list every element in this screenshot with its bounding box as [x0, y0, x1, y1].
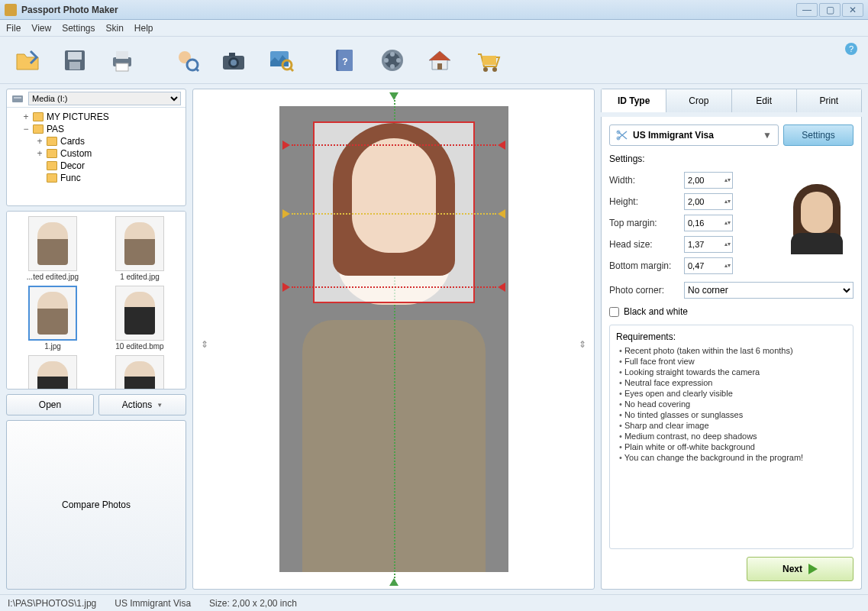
thumbnail-grid: ...ted edited.jpg1 edited.jpg1.jpg10 edi… [6, 211, 186, 390]
photo-canvas[interactable]: ⇕ ⇕ [192, 89, 595, 590]
menu-help[interactable]: Help [134, 23, 153, 34]
svg-point-28 [492, 67, 497, 72]
help-button[interactable]: ? [327, 42, 363, 79]
tab-crop[interactable]: Crop [666, 89, 731, 112]
tree-item[interactable]: +MY PICTURES [11, 111, 181, 123]
status-path: I:\PAS\PHOTOS\1.jpg [8, 598, 96, 609]
window-title: Passport Photo Maker [21, 5, 796, 15]
svg-rect-2 [69, 62, 80, 70]
thumbnail[interactable]: 1.jpg [11, 286, 94, 351]
svg-rect-25 [437, 63, 442, 70]
eye-guide[interactable] [292, 213, 496, 215]
statusbar: I:\PAS\PHOTOS\1.jpg US Immigrant Visa Si… [0, 594, 868, 611]
menu-file[interactable]: File [6, 23, 21, 34]
menu-settings[interactable]: Settings [62, 23, 95, 34]
photo-corner-select[interactable]: No corner [684, 282, 853, 299]
folder-tree: +MY PICTURES−PAS+Cards+CustomDecorFunc [7, 108, 186, 205]
svg-rect-30 [14, 97, 21, 99]
bw-checkbox[interactable] [609, 307, 619, 317]
maximize-button[interactable]: ▢ [819, 3, 841, 17]
crop-rectangle[interactable] [313, 121, 475, 303]
menubar: File View Settings Skin Help [0, 20, 868, 37]
info-icon[interactable]: ? [845, 43, 857, 55]
toolbar: ? ? [0, 37, 868, 84]
open-button[interactable]: Open [6, 394, 94, 415]
compare-photos-button[interactable]: Compare Photos [6, 420, 186, 590]
status-size: Size: 2,00 x 2,00 inch [209, 598, 297, 609]
chevron-down-icon: ▼ [763, 130, 772, 141]
requirement-item: Looking straight towards the camera [619, 367, 847, 377]
titlebar: Passport Photo Maker — ▢ ✕ [0, 0, 868, 20]
home-button[interactable] [421, 42, 458, 79]
requirement-item: Full face front view [619, 356, 847, 367]
requirement-item: Neutral face expression [619, 377, 847, 388]
svg-point-24 [384, 58, 389, 63]
video-button[interactable] [374, 42, 411, 79]
actions-button[interactable]: Actions▼ [98, 394, 186, 415]
svg-rect-1 [68, 52, 82, 60]
next-button[interactable]: Next [747, 557, 853, 581]
thumbnail[interactable]: 10 edited.bmp [98, 286, 181, 351]
shop-button[interactable] [469, 42, 505, 79]
top-margin-input[interactable]: 0,16 [684, 215, 733, 231]
svg-line-15 [290, 68, 293, 71]
requirement-item: No tinted glasses or sunglasses [619, 409, 847, 420]
svg-text:?: ? [342, 57, 347, 67]
head-size-input[interactable]: 1,37 [684, 236, 733, 253]
camera-button[interactable] [215, 42, 252, 79]
bottom-marker[interactable] [389, 578, 399, 586]
tab-print[interactable]: Print [797, 89, 861, 112]
drive-icon [11, 93, 24, 104]
thumbnail[interactable]: ...ted edited.jpg [11, 216, 94, 281]
ruler-right: ⇕ [579, 339, 586, 350]
drive-select[interactable]: Media (I:) [28, 92, 181, 105]
tree-item[interactable]: Func [11, 172, 181, 184]
svg-rect-4 [116, 51, 128, 59]
requirement-item: Medium contrast, no deep shadows [619, 431, 847, 441]
search-photo-button[interactable] [263, 42, 299, 79]
id-preview [780, 172, 853, 263]
svg-rect-5 [116, 63, 128, 71]
thumbnail[interactable]: 10.jpg [98, 355, 181, 390]
requirement-item: Recent photo (taken within the last 6 mo… [619, 345, 847, 356]
save-button[interactable] [56, 42, 93, 79]
right-tabs: ID Type Crop Edit Print [601, 89, 862, 112]
tree-item[interactable]: +Custom [11, 147, 181, 160]
ruler-left: ⇕ [201, 339, 208, 350]
requirement-item: Sharp and clear image [619, 420, 847, 431]
bottom-guide[interactable] [292, 286, 496, 288]
height-input[interactable]: 2,00 [684, 193, 733, 210]
width-input[interactable]: 2,00 [684, 172, 733, 189]
tree-item[interactable]: −PAS [11, 123, 181, 135]
requirement-item: Plain white or off-white background [619, 441, 847, 452]
tab-id-type[interactable]: ID Type [602, 89, 666, 112]
thumbnail[interactable]: 1 edited.jpg [98, 216, 181, 281]
face-detect-button[interactable] [168, 42, 205, 79]
open-folder-button[interactable] [9, 42, 46, 79]
close-button[interactable]: ✕ [842, 3, 863, 17]
app-icon [5, 4, 17, 16]
print-button[interactable] [104, 42, 140, 79]
drive-panel: Media (I:) +MY PICTURES−PAS+Cards+Custom… [6, 89, 186, 206]
scissors-icon [616, 130, 628, 141]
menu-skin[interactable]: Skin [106, 23, 124, 34]
svg-rect-29 [12, 95, 23, 102]
svg-point-21 [390, 52, 395, 57]
bottom-margin-input[interactable]: 0,47 [684, 257, 733, 274]
tab-edit[interactable]: Edit [732, 89, 797, 112]
svg-point-27 [483, 67, 488, 72]
status-type: US Immigrant Visa [115, 598, 191, 609]
tree-item[interactable]: +Cards [11, 135, 181, 147]
tree-item[interactable]: Decor [11, 160, 181, 172]
thumbnail[interactable]: 10.bmp [11, 355, 94, 390]
requirements-box: Requirements: Recent photo (taken within… [609, 325, 853, 549]
top-guide[interactable] [292, 144, 496, 146]
id-type-select[interactable]: US Immigrant Visa ▼ [609, 124, 779, 146]
svg-rect-26 [482, 56, 496, 65]
top-marker[interactable] [389, 92, 399, 100]
minimize-button[interactable]: — [796, 3, 818, 17]
arrow-right-icon [808, 564, 818, 574]
settings-button[interactable]: Settings [783, 124, 853, 146]
svg-rect-12 [229, 53, 235, 57]
menu-view[interactable]: View [31, 23, 51, 34]
